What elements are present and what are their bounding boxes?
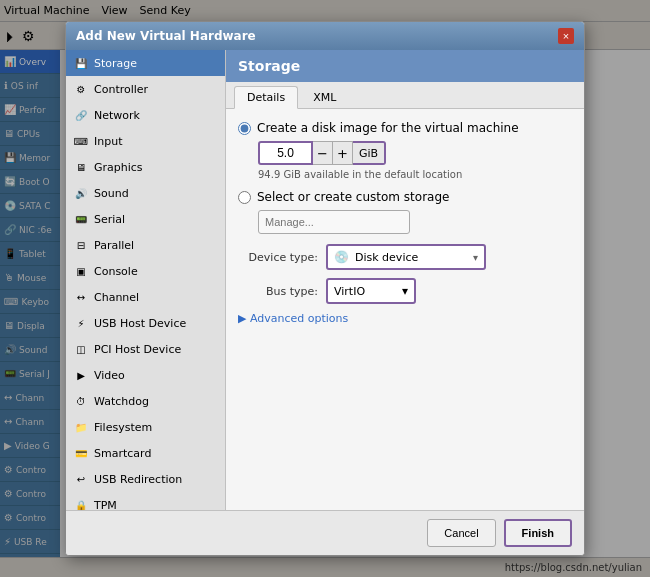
tab-xml[interactable]: XML (300, 86, 349, 108)
hardware-list: Storage Controller Network Input Graphic… (66, 50, 226, 510)
network-icon (74, 108, 88, 122)
add-hardware-modal: Add New Virtual Hardware × Storage Contr… (65, 21, 585, 556)
device-type-icon: 💿 (334, 250, 349, 264)
tpm-icon (74, 498, 88, 510)
input-icon (74, 134, 88, 148)
hw-item-graphics[interactable]: Graphics (66, 154, 225, 180)
hw-item-network[interactable]: Network (66, 102, 225, 128)
storage-icon (74, 56, 88, 70)
bus-type-arrow-icon: ▾ (402, 284, 408, 298)
usb-host-icon (74, 316, 88, 330)
manage-storage-input[interactable] (258, 210, 410, 234)
hw-label-video: Video (94, 369, 125, 382)
disk-size-wrapper: − + GiB (258, 141, 386, 165)
graphics-icon (74, 160, 88, 174)
hw-item-controller[interactable]: Controller (66, 76, 225, 102)
hw-label-input: Input (94, 135, 122, 148)
hw-item-pci-host[interactable]: PCI Host Device (66, 336, 225, 362)
usb-redir-icon (74, 472, 88, 486)
hw-label-network: Network (94, 109, 140, 122)
tab-details[interactable]: Details (234, 86, 298, 109)
hw-item-tpm[interactable]: TPM (66, 492, 225, 510)
hw-label-filesystem: Filesystem (94, 421, 152, 434)
bus-type-row: Bus type: VirtIO ▾ (238, 278, 572, 304)
modal-title: Add New Virtual Hardware (76, 29, 256, 43)
hw-item-parallel[interactable]: Parallel (66, 232, 225, 258)
sound-hw-icon (74, 186, 88, 200)
modal-close-button[interactable]: × (558, 28, 574, 44)
hw-label-graphics: Graphics (94, 161, 143, 174)
modal-overlay: Add New Virtual Hardware × Storage Contr… (0, 0, 650, 577)
channel-icon (74, 290, 88, 304)
hw-label-sound: Sound (94, 187, 129, 200)
hw-item-smartcard[interactable]: Smartcard (66, 440, 225, 466)
hardware-content: Storage Details XML Create a disk image … (226, 50, 584, 510)
hw-item-filesystem[interactable]: Filesystem (66, 414, 225, 440)
hw-item-console[interactable]: Console (66, 258, 225, 284)
hw-item-input[interactable]: Input (66, 128, 225, 154)
hw-label-tpm: TPM (94, 499, 117, 511)
modal-body: Storage Controller Network Input Graphic… (66, 50, 584, 510)
modal-footer: Cancel Finish (66, 510, 584, 555)
hw-item-usb-redir[interactable]: USB Redirection (66, 466, 225, 492)
pci-host-icon (74, 342, 88, 356)
filesystem-icon (74, 420, 88, 434)
console-icon (74, 264, 88, 278)
create-disk-option: Create a disk image for the virtual mach… (238, 121, 572, 180)
hw-item-sound[interactable]: Sound (66, 180, 225, 206)
radio-create-disk[interactable] (238, 122, 251, 135)
disk-size-minus-button[interactable]: − (313, 141, 333, 165)
advanced-options-link[interactable]: ▶ Advanced options (238, 312, 572, 325)
details-content: Create a disk image for the virtual mach… (226, 109, 584, 510)
advanced-options-label: ▶ Advanced options (238, 312, 348, 325)
serial-hw-icon (74, 212, 88, 226)
device-type-arrow-icon: ▾ (473, 252, 478, 263)
hw-item-usb-host[interactable]: USB Host Device (66, 310, 225, 336)
hw-label-usb-host: USB Host Device (94, 317, 186, 330)
hw-label-serial: Serial (94, 213, 125, 226)
hw-item-storage[interactable]: Storage (66, 50, 225, 76)
hw-label-smartcard: Smartcard (94, 447, 151, 460)
bus-type-label: Bus type: (238, 285, 318, 298)
hw-item-watchdog[interactable]: Watchdog (66, 388, 225, 414)
watchdog-icon (74, 394, 88, 408)
hw-item-channel[interactable]: Channel (66, 284, 225, 310)
disk-size-plus-button[interactable]: + (333, 141, 353, 165)
controller-icon (74, 82, 88, 96)
custom-storage-option: Select or create custom storage (238, 190, 572, 234)
cancel-button[interactable]: Cancel (427, 519, 495, 547)
disk-size-row: − + GiB (258, 141, 572, 165)
smartcard-icon (74, 446, 88, 460)
hw-label-channel: Channel (94, 291, 139, 304)
modal-titlebar: Add New Virtual Hardware × (66, 22, 584, 50)
hw-label-parallel: Parallel (94, 239, 134, 252)
device-type-label: Device type: (238, 251, 318, 264)
disk-size-input[interactable] (258, 141, 313, 165)
radio-custom-storage[interactable] (238, 191, 251, 204)
parallel-icon (74, 238, 88, 252)
finish-button[interactable]: Finish (504, 519, 572, 547)
hw-label-storage: Storage (94, 57, 137, 70)
hw-label-pci-host: PCI Host Device (94, 343, 181, 356)
hw-label-usb-redir: USB Redirection (94, 473, 182, 486)
device-type-select[interactable]: 💿 Disk device ▾ (326, 244, 486, 270)
bus-type-select[interactable]: VirtIO ▾ (326, 278, 416, 304)
bus-type-value: VirtIO (334, 285, 398, 298)
disk-unit-label: GiB (353, 141, 386, 165)
video-hw-icon (74, 368, 88, 382)
hw-item-video[interactable]: Video (66, 362, 225, 388)
hw-label-watchdog: Watchdog (94, 395, 149, 408)
hw-label-controller: Controller (94, 83, 148, 96)
hw-item-serial[interactable]: Serial (66, 206, 225, 232)
radio-custom-storage-label: Select or create custom storage (257, 190, 449, 204)
content-section-title: Storage (226, 50, 584, 82)
device-type-row: Device type: 💿 Disk device ▾ (238, 244, 572, 270)
hw-label-console: Console (94, 265, 138, 278)
radio-create-disk-label: Create a disk image for the virtual mach… (257, 121, 519, 135)
available-space-text: 94.9 GiB available in the default locati… (258, 169, 572, 180)
device-type-value: Disk device (355, 251, 467, 264)
content-tabs: Details XML (226, 82, 584, 109)
